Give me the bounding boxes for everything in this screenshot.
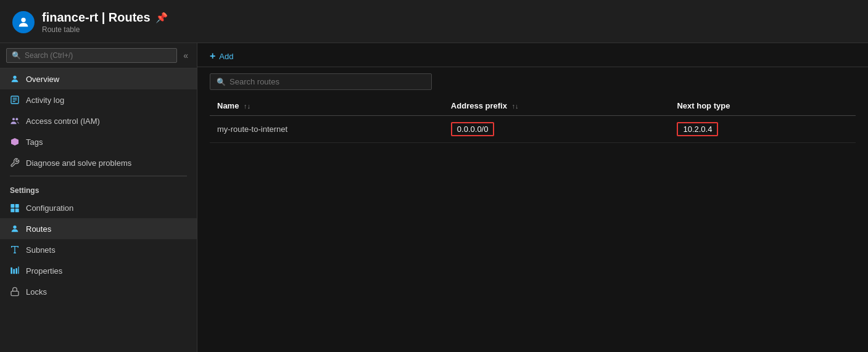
svg-rect-17: [15, 268, 17, 274]
sidebar-item-label: Activity log: [26, 96, 64, 105]
svg-rect-8: [10, 204, 14, 208]
sidebar-item-label: Tags: [26, 137, 43, 147]
next-hop-type-highlight: 10.2.0.4: [677, 122, 718, 136]
content-toolbar: + Add: [197, 43, 868, 67]
sidebar-search-input[interactable]: [25, 51, 172, 60]
sidebar-item-overview[interactable]: Overview: [0, 68, 197, 89]
address-prefix-highlight: 0.0.0.0/0: [451, 122, 495, 136]
sidebar-item-label: Configuration: [26, 203, 73, 213]
user-icon: [10, 74, 20, 84]
subnet-icon: [10, 245, 20, 255]
sidebar-item-routes[interactable]: Routes: [0, 218, 197, 239]
sidebar-item-tags[interactable]: Tags: [0, 131, 197, 152]
sidebar-search-wrapper[interactable]: 🔍: [6, 48, 177, 63]
pin-icon[interactable]: 📌: [155, 12, 168, 23]
svg-rect-16: [13, 269, 15, 274]
properties-icon: [10, 266, 20, 276]
iam-icon: [10, 116, 20, 126]
col-address-prefix[interactable]: Address prefix ↑↓: [444, 96, 670, 116]
sort-icon-name: ↑↓: [244, 102, 250, 110]
svg-point-1: [13, 76, 16, 79]
page-title: finance-rt | Routes 📌: [42, 10, 168, 25]
search-routes-icon: 🔍: [217, 78, 226, 86]
search-routes-input[interactable]: [229, 77, 425, 86]
tag-icon: [10, 137, 20, 147]
sidebar-item-label: Subnets: [26, 245, 56, 255]
resource-avatar: [12, 11, 35, 33]
svg-point-7: [15, 118, 18, 120]
cell-name: my-route-to-internet: [210, 116, 444, 143]
main-layout: 🔍 « Overview: [0, 43, 868, 352]
page-subtitle: Route table: [42, 25, 168, 34]
cell-next-hop-type: 10.2.0.4: [669, 116, 856, 143]
sidebar-item-label: Properties: [26, 266, 62, 276]
activity-log-icon: [10, 95, 20, 105]
sidebar-item-configuration[interactable]: Configuration: [0, 197, 197, 218]
svg-rect-10: [10, 208, 14, 212]
search-icon: 🔍: [12, 51, 21, 60]
cell-address-prefix: 0.0.0.0/0: [444, 116, 670, 143]
content-area: + Add 🔍 Name ↑↓ Address prefix: [197, 43, 868, 352]
svg-point-12: [13, 226, 16, 229]
search-routes-wrapper[interactable]: 🔍: [210, 73, 432, 90]
config-icon: [10, 203, 20, 213]
sidebar-item-diagnose[interactable]: Diagnose and solve problems: [0, 152, 197, 173]
sidebar-item-access-control[interactable]: Access control (IAM): [0, 110, 197, 131]
page-header: finance-rt | Routes 📌 Route table: [0, 0, 868, 43]
col-next-hop[interactable]: Next hop type: [669, 96, 856, 116]
routes-table: Name ↑↓ Address prefix ↑↓ Next hop type: [197, 96, 868, 352]
sidebar-item-locks[interactable]: Locks: [0, 281, 197, 302]
routes-icon: [10, 224, 20, 234]
add-button[interactable]: + Add: [210, 51, 233, 62]
sort-icon-address: ↑↓: [512, 102, 519, 110]
sidebar-item-activity-log[interactable]: Activity log: [0, 89, 197, 110]
sidebar-item-label: Routes: [26, 224, 51, 234]
table-row: my-route-to-internet 0.0.0.0/0 10.2.0.4: [210, 116, 856, 143]
sidebar-item-label: Access control (IAM): [26, 117, 100, 126]
svg-rect-11: [15, 208, 19, 212]
header-title-block: finance-rt | Routes 📌 Route table: [42, 10, 168, 34]
sidebar-item-label: Diagnose and solve problems: [26, 158, 131, 168]
sidebar: 🔍 « Overview: [0, 43, 197, 352]
svg-rect-9: [15, 204, 19, 208]
sidebar-item-label: Overview: [26, 75, 59, 84]
lock-icon: [10, 287, 20, 297]
settings-divider: [10, 176, 187, 176]
col-name[interactable]: Name ↑↓: [210, 96, 444, 116]
svg-rect-18: [18, 266, 19, 274]
wrench-icon: [10, 158, 20, 168]
svg-rect-15: [10, 268, 12, 274]
svg-point-0: [21, 17, 25, 22]
svg-point-6: [12, 118, 15, 120]
sidebar-item-properties[interactable]: Properties: [0, 260, 197, 281]
collapse-sidebar-button[interactable]: «: [181, 48, 191, 63]
plus-icon: +: [210, 51, 215, 62]
svg-rect-19: [11, 291, 19, 295]
sidebar-search-bar: 🔍 «: [0, 43, 197, 68]
settings-section-header: Settings: [0, 179, 197, 197]
sidebar-item-label: Locks: [26, 287, 47, 297]
sidebar-item-subnets[interactable]: Subnets: [0, 239, 197, 260]
